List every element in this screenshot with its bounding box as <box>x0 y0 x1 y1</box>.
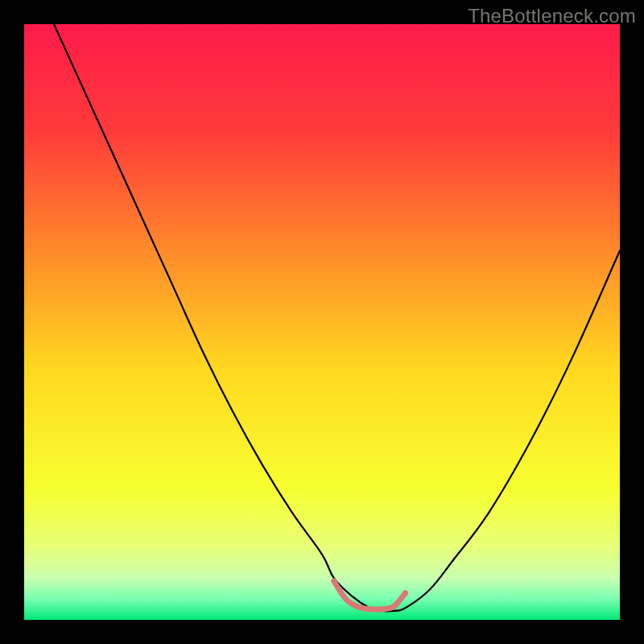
bottleneck-curve <box>54 24 620 611</box>
watermark-text: TheBottleneck.com <box>468 5 636 27</box>
plot-area <box>24 24 620 620</box>
chart-frame: TheBottleneck.com <box>0 0 644 644</box>
optimal-zone <box>334 581 406 609</box>
chart-curves <box>24 24 620 620</box>
